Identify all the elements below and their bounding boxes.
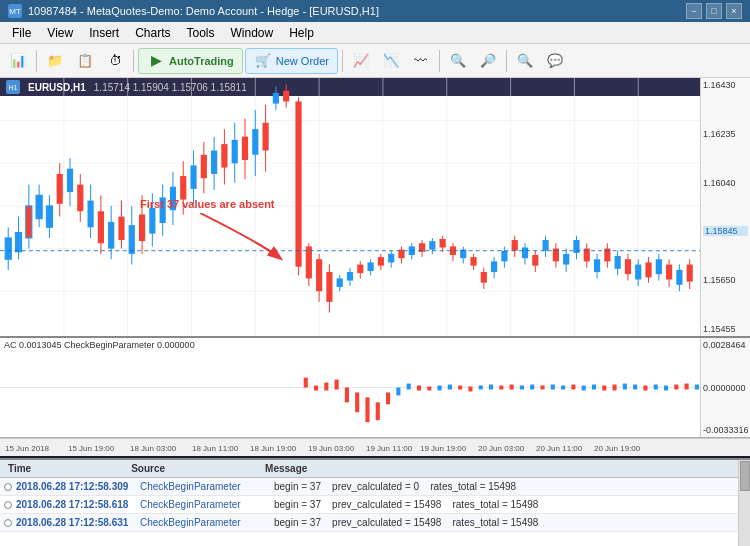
svg-text:19 Jun 03:00: 19 Jun 03:00 bbox=[308, 444, 355, 453]
log-message-2: begin = 37 prev_calculated = 15498 rates… bbox=[274, 499, 746, 510]
search-button[interactable]: 🔍 bbox=[511, 48, 539, 74]
price-chart[interactable]: H1 EURUSD,H1 1.15714 1.15904 1.15706 1.1… bbox=[0, 78, 750, 338]
price-level-3: 1.16040 bbox=[703, 178, 748, 188]
candle-chart-button[interactable]: 📉 bbox=[377, 48, 405, 74]
line-chart-button[interactable]: 〰 bbox=[407, 48, 435, 74]
svg-rect-169 bbox=[489, 385, 493, 390]
annotation-arrow bbox=[200, 213, 320, 263]
menu-insert[interactable]: Insert bbox=[81, 24, 127, 42]
log-row[interactable]: 2018.06.28 17:12:58.618 CheckBeginParame… bbox=[0, 496, 750, 514]
svg-rect-30 bbox=[77, 185, 83, 212]
menu-file[interactable]: File bbox=[4, 24, 39, 42]
svg-rect-173 bbox=[530, 385, 534, 390]
bar-chart-button[interactable]: 📈 bbox=[347, 48, 375, 74]
price-level-6: 1.15455 bbox=[703, 324, 748, 334]
menu-window[interactable]: Window bbox=[223, 24, 282, 42]
svg-rect-84 bbox=[357, 265, 363, 274]
candle-chart-icon: 📉 bbox=[382, 52, 400, 70]
new-chart-button[interactable]: 📊 bbox=[4, 48, 32, 74]
svg-rect-134 bbox=[615, 256, 621, 269]
svg-rect-22 bbox=[36, 195, 42, 218]
svg-rect-106 bbox=[470, 257, 476, 266]
window-controls[interactable]: − □ × bbox=[686, 3, 742, 19]
chart-annotation: First 37 values are absent bbox=[140, 198, 275, 210]
svg-rect-86 bbox=[368, 262, 374, 271]
titlebar-left: MT 10987484 - MetaQuotes-Demo: Demo Acco… bbox=[8, 4, 379, 18]
svg-rect-180 bbox=[602, 386, 606, 391]
svg-text:18 Jun 11:00: 18 Jun 11:00 bbox=[192, 444, 239, 453]
chart-canvas[interactable]: First 37 values are absent bbox=[0, 78, 700, 336]
svg-rect-50 bbox=[180, 176, 186, 199]
svg-rect-157 bbox=[365, 397, 369, 422]
toolbar-sep-3 bbox=[342, 50, 343, 72]
svg-rect-16 bbox=[5, 238, 11, 259]
line-chart-icon: 〰 bbox=[412, 52, 430, 70]
menu-view[interactable]: View bbox=[39, 24, 81, 42]
log-dot-1 bbox=[4, 483, 12, 491]
svg-rect-116 bbox=[522, 248, 528, 259]
svg-rect-189 bbox=[695, 385, 699, 390]
svg-text:18 Jun 19:00: 18 Jun 19:00 bbox=[250, 444, 297, 453]
chart-container: H1 EURUSD,H1 1.15714 1.15904 1.15706 1.1… bbox=[0, 78, 750, 458]
svg-rect-167 bbox=[468, 387, 472, 392]
svg-rect-114 bbox=[512, 240, 518, 251]
toolbar: 📊 📁 📋 ⏱ ▶ AutoTrading 🛒 New Order 📈 📉 〰 … bbox=[0, 44, 750, 78]
log-row[interactable]: 2018.06.28 17:12:58.631 CheckBeginParame… bbox=[0, 514, 750, 532]
template-button[interactable]: 📋 bbox=[71, 48, 99, 74]
svg-text:20 Jun 03:00: 20 Jun 03:00 bbox=[478, 444, 525, 453]
svg-rect-156 bbox=[355, 392, 359, 412]
svg-rect-60 bbox=[232, 140, 238, 163]
new-order-button[interactable]: 🛒 New Order bbox=[245, 48, 338, 74]
svg-rect-151 bbox=[304, 378, 308, 388]
svg-rect-18 bbox=[15, 233, 21, 252]
log-source-3: CheckBeginParameter bbox=[140, 517, 270, 528]
toolbar-sep-4 bbox=[439, 50, 440, 72]
svg-rect-171 bbox=[510, 385, 514, 390]
zoom-out-button[interactable]: 🔎 bbox=[474, 48, 502, 74]
close-button[interactable]: × bbox=[726, 3, 742, 19]
svg-rect-175 bbox=[551, 385, 555, 390]
log-body: 2018.06.28 17:12:58.309 CheckBeginParame… bbox=[0, 478, 750, 532]
period-button[interactable]: ⏱ bbox=[101, 48, 129, 74]
svg-rect-170 bbox=[499, 386, 503, 390]
log-row[interactable]: 2018.06.28 17:12:58.309 CheckBeginParame… bbox=[0, 478, 750, 496]
minimize-button[interactable]: − bbox=[686, 3, 702, 19]
svg-rect-26 bbox=[57, 174, 63, 204]
profile-button[interactable]: 📁 bbox=[41, 48, 69, 74]
svg-rect-181 bbox=[613, 385, 617, 391]
price-level-1: 1.16430 bbox=[703, 80, 748, 90]
svg-rect-54 bbox=[201, 155, 207, 178]
app-icon: MT bbox=[8, 4, 22, 18]
log-scrollbar-thumb[interactable] bbox=[740, 461, 750, 491]
svg-rect-183 bbox=[633, 385, 637, 390]
log-message-3: begin = 37 prev_calculated = 15498 rates… bbox=[274, 517, 746, 528]
svg-rect-182 bbox=[623, 384, 627, 390]
neworder-icon: 🛒 bbox=[254, 52, 272, 70]
log-dot-2 bbox=[4, 501, 12, 509]
zoom-in-button[interactable]: 🔍 bbox=[444, 48, 472, 74]
log-time-2: 2018.06.28 17:12:58.618 bbox=[16, 499, 136, 510]
svg-rect-28 bbox=[67, 169, 73, 192]
log-scrollbar[interactable] bbox=[738, 460, 750, 546]
bar-chart-icon: 📈 bbox=[352, 52, 370, 70]
log-panel: Time Source Message 2018.06.28 17:12:58.… bbox=[0, 458, 750, 546]
menu-charts[interactable]: Charts bbox=[127, 24, 178, 42]
log-source-2: CheckBeginParameter bbox=[140, 499, 270, 510]
svg-rect-152 bbox=[314, 386, 318, 391]
indicator-chart[interactable]: AC 0.0013045 CheckBeginParameter 0.00000… bbox=[0, 338, 750, 438]
indicator-axis: 0.0028464 0.0000000 -0.0033316 bbox=[700, 338, 750, 437]
toolbar-sep-2 bbox=[133, 50, 134, 72]
log-source-1: CheckBeginParameter bbox=[140, 481, 270, 492]
chat-button[interactable]: 💬 bbox=[541, 48, 569, 74]
maximize-button[interactable]: □ bbox=[706, 3, 722, 19]
toolbar-sep-1 bbox=[36, 50, 37, 72]
svg-text:19 Jun 19:00: 19 Jun 19:00 bbox=[420, 444, 467, 453]
svg-rect-179 bbox=[592, 385, 596, 390]
menu-help[interactable]: Help bbox=[281, 24, 322, 42]
svg-rect-176 bbox=[561, 386, 565, 390]
svg-rect-68 bbox=[273, 93, 279, 104]
autotrading-button[interactable]: ▶ AutoTrading bbox=[138, 48, 243, 74]
menu-tools[interactable]: Tools bbox=[179, 24, 223, 42]
neworder-label: New Order bbox=[276, 55, 329, 67]
price-level-2: 1.16235 bbox=[703, 129, 748, 139]
